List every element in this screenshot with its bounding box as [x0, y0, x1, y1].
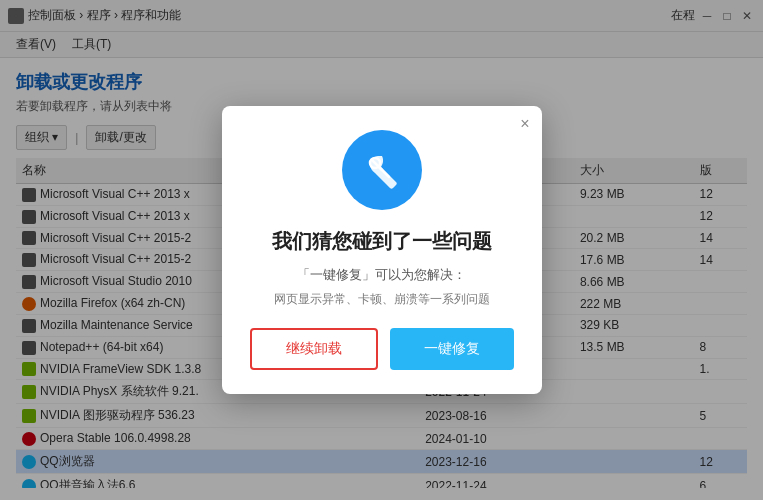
overlay: × 我们猜您碰到了一些问题 「一键修复」可以为您解决： 网页显示异常、卡顿、崩溃… — [0, 0, 763, 500]
dialog-desc-line2: 网页显示异常、卡顿、崩溃等一系列问题 — [274, 291, 490, 308]
dialog-title: 我们猜您碰到了一些问题 — [272, 228, 492, 255]
continue-uninstall-button[interactable]: 继续卸载 — [250, 328, 378, 370]
one-click-repair-button[interactable]: 一键修复 — [390, 328, 514, 370]
tool-icon-circle — [342, 130, 422, 210]
dialog-buttons: 继续卸载 一键修复 — [250, 328, 514, 370]
repair-dialog: × 我们猜您碰到了一些问题 「一键修复」可以为您解决： 网页显示异常、卡顿、崩溃… — [222, 106, 542, 395]
dialog-close-button[interactable]: × — [520, 116, 529, 132]
wrench-icon — [360, 148, 404, 192]
dialog-desc-line1: 「一键修复」可以为您解决： — [297, 265, 466, 286]
